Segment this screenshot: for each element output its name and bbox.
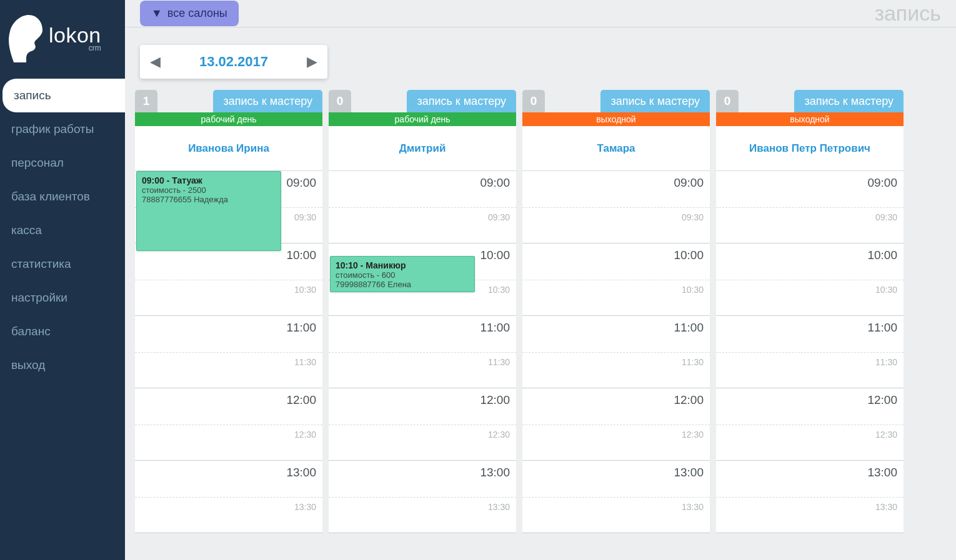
nav-item-kassa[interactable]: касса <box>0 214 125 247</box>
time-slot[interactable]: 11:0011:30 <box>329 316 516 388</box>
salon-picker[interactable]: ▼ все салоны <box>140 1 239 26</box>
sidebar: lokon crm запись график работы персонал … <box>0 0 125 560</box>
appointment-count-badge: 0 <box>716 90 739 112</box>
appointment-client: 79998887766 Елена <box>336 280 469 289</box>
prev-day-button[interactable]: ◀ <box>150 54 161 70</box>
time-slots: 09:00 - Татуаж стоимость - 2500 78887776… <box>135 171 322 533</box>
time-slot[interactable]: 09:0009:30 <box>716 171 904 243</box>
book-master-button[interactable]: запись к мастеру <box>600 90 710 112</box>
nav-item-nastroyki[interactable]: настройки <box>0 281 125 315</box>
time-slot[interactable]: 11:0011:30 <box>716 316 904 388</box>
nav-item-statistika[interactable]: статистика <box>0 247 125 281</box>
appointment-title: 10:10 - Маникюр <box>336 260 469 270</box>
time-slot[interactable]: 09:0009:30 <box>522 171 710 243</box>
date-picker-row: ◀ 13.02.2017 ▶ <box>125 27 956 90</box>
time-slot[interactable]: 10:0010:30 <box>522 243 710 316</box>
appointment-count-badge: 0 <box>522 90 545 112</box>
appointment-card[interactable]: 09:00 - Татуаж стоимость - 2500 78887776… <box>136 171 281 251</box>
page-title: запись <box>874 1 941 26</box>
time-slot[interactable]: 12:0012:30 <box>522 388 710 461</box>
nav-item-vykhod[interactable]: выход <box>0 348 125 382</box>
master-column: 1 запись к мастеру рабочий день Иванова … <box>135 90 322 533</box>
appointment-price: стоимость - 600 <box>336 270 469 280</box>
appointment-price: стоимость - 2500 <box>142 185 276 195</box>
nav-item-baza[interactable]: база клиентов <box>0 180 125 214</box>
nav-item-personal[interactable]: персонал <box>0 146 125 180</box>
day-type-label: выходной <box>522 112 710 126</box>
time-slots: 09:0009:30 10:0010:30 11:0011:30 12:0012… <box>716 171 904 533</box>
time-slots: 09:0009:30 10:0010:30 11:0011:30 12:0012… <box>522 171 710 533</box>
master-name[interactable]: Иванов Петр Петрович <box>716 126 904 171</box>
date-picker: ◀ 13.02.2017 ▶ <box>140 45 327 79</box>
time-slot[interactable]: 13:0013:30 <box>716 461 904 533</box>
day-type-label: рабочий день <box>329 112 516 126</box>
master-column: 0 запись к мастеру выходной Иванов Петр … <box>716 90 904 533</box>
day-type-label: выходной <box>716 112 904 126</box>
day-type-label: рабочий день <box>135 112 322 126</box>
time-slot[interactable]: 13:0013:30 <box>329 461 516 533</box>
time-slot[interactable]: 12:0012:30 <box>135 388 322 461</box>
date-text[interactable]: 13.02.2017 <box>199 54 268 70</box>
appointment-count-badge: 0 <box>329 90 351 112</box>
master-column: 0 запись к мастеру рабочий день Дмитрий … <box>329 90 516 533</box>
appointment-client: 78887776655 Надежда <box>142 195 276 204</box>
appointment-card[interactable]: 10:10 - Маникюр стоимость - 600 79998887… <box>330 256 475 292</box>
time-slot[interactable]: 10:0010:30 <box>716 243 904 316</box>
time-slot[interactable]: 12:0012:30 <box>329 388 516 461</box>
chevron-down-icon: ▼ <box>151 7 162 20</box>
book-master-button[interactable]: запись к мастеру <box>407 90 516 112</box>
nav-item-balans[interactable]: баланс <box>0 315 125 348</box>
time-slot[interactable]: 11:0011:30 <box>522 316 710 388</box>
time-slots: 10:10 - Маникюр стоимость - 600 79998887… <box>329 171 516 533</box>
time-slot[interactable]: 13:0013:30 <box>135 461 322 533</box>
book-master-button[interactable]: запись к мастеру <box>794 90 904 112</box>
time-slot[interactable]: 11:0011:30 <box>135 316 322 388</box>
logo: lokon crm <box>0 0 125 75</box>
nav: запись график работы персонал база клиен… <box>0 79 125 382</box>
master-name[interactable]: Тамара <box>522 126 710 171</box>
master-column: 0 запись к мастеру выходной Тамара 09:00… <box>522 90 710 533</box>
nav-item-zapis[interactable]: запись <box>2 79 125 112</box>
next-day-button[interactable]: ▶ <box>307 54 317 70</box>
time-slot[interactable]: 12:0012:30 <box>716 388 904 461</box>
master-columns: 1 запись к мастеру рабочий день Иванова … <box>125 90 956 533</box>
time-slot[interactable]: 13:0013:30 <box>522 461 710 533</box>
time-slot[interactable]: 10:0010:30 <box>135 243 322 316</box>
master-name[interactable]: Дмитрий <box>329 126 516 171</box>
topbar: ▼ все салоны запись <box>125 0 956 27</box>
profile-silhouette-icon <box>6 12 44 62</box>
main: ▼ все салоны запись ◀ 13.02.2017 ▶ 1 зап… <box>125 0 956 560</box>
appointment-count-badge: 1 <box>135 90 157 112</box>
salon-picker-label: все салоны <box>167 7 227 20</box>
book-master-button[interactable]: запись к мастеру <box>213 90 322 112</box>
nav-item-grafik[interactable]: график работы <box>0 112 125 146</box>
master-name[interactable]: Иванова Ирина <box>135 126 322 171</box>
appointment-title: 09:00 - Татуаж <box>142 175 276 185</box>
time-slot[interactable]: 09:0009:30 <box>329 171 516 243</box>
